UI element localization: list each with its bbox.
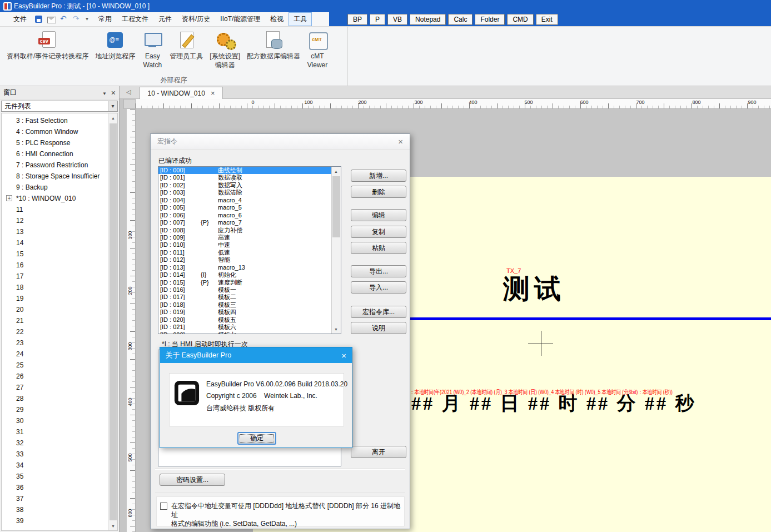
tab-data-history[interactable]: 资料/历史 (177, 12, 215, 26)
undo-icon[interactable] (60, 15, 69, 24)
tab-iiot-energy[interactable]: IIoT/能源管理 (215, 12, 265, 26)
export-icon[interactable] (47, 15, 56, 24)
ok-button[interactable]: 确定 (237, 432, 276, 445)
window-tree-item[interactable]: 4 : Common Window (2, 126, 117, 137)
macro-list-item[interactable]: [ID : 007] {P} macro_7 (158, 219, 341, 226)
window-tree-item[interactable]: 35 (2, 471, 117, 482)
window-tree-item[interactable]: 11 (2, 204, 117, 215)
window-tree-item[interactable]: 22 (2, 326, 117, 337)
export-macro-button[interactable]: 导出... (351, 265, 406, 277)
window-tree-item[interactable]: 23 (2, 337, 117, 349)
close-icon[interactable] (398, 137, 403, 146)
expand-icon[interactable] (6, 195, 12, 201)
tab-project[interactable]: 工程文件 (117, 12, 153, 26)
macro-list-scrollbar[interactable] (331, 167, 341, 334)
window-tree-item[interactable]: 26 (2, 371, 117, 382)
macro-list-item[interactable]: [ID : 012] 智能 (158, 256, 341, 263)
window-tree-item[interactable]: 31 (2, 426, 117, 437)
tab-view[interactable]: 检视 (265, 12, 288, 26)
window-tree-item[interactable]: 30 (2, 415, 117, 426)
macro-list-item[interactable]: [ID : 003] 数据清除 (158, 189, 341, 196)
scroll-up-icon[interactable] (109, 113, 117, 122)
macro-list-item[interactable]: [ID : 018] 模板三 (158, 301, 341, 309)
macro-list-item[interactable]: [ID : 000] 曲线绘制 (158, 167, 341, 174)
window-tree-item[interactable]: 6 : HMI Connection (2, 148, 117, 160)
tab-nav-left-icon[interactable] (126, 88, 131, 96)
window-tree-item[interactable]: 25 (2, 360, 117, 371)
canvas-text-object[interactable]: 测试 (503, 271, 565, 307)
macro-list-item[interactable]: [ID : 009] 高速 (158, 234, 341, 241)
macro-list-item[interactable]: [ID : 020] 模板五 (158, 316, 341, 324)
menu-file[interactable]: 文件 (8, 13, 32, 26)
import-macro-button[interactable]: 导入... (351, 281, 406, 294)
window-tree-item[interactable]: 24 (2, 349, 117, 360)
tab-tools[interactable]: 工具 (288, 12, 312, 26)
quick-launch-button[interactable]: P (370, 14, 385, 25)
scrollbar-thumb[interactable] (110, 123, 117, 520)
copy-macro-button[interactable]: 复制 (351, 226, 406, 238)
ribbon-tool-button[interactable]: 地址浏览程序 (92, 31, 138, 61)
window-tree-item[interactable]: 33 (2, 449, 117, 460)
close-icon[interactable] (341, 351, 346, 360)
address-format-checkbox[interactable] (160, 503, 167, 510)
window-tree-item[interactable]: 9 : Backup (2, 182, 117, 193)
view-mode-dropdown[interactable]: 元件列表 (1, 101, 118, 112)
window-tree-item[interactable]: 27 (2, 382, 117, 393)
window-tree-item[interactable]: 19 (2, 293, 117, 304)
window-tree-item[interactable]: 37 (2, 493, 117, 504)
add-macro-button[interactable]: 新增... (351, 170, 406, 182)
window-tree-item[interactable]: *10 : WINDOW_010 (2, 193, 117, 204)
window-tree-item[interactable]: 13 (2, 226, 117, 237)
save-icon[interactable] (34, 15, 43, 24)
redo-icon[interactable] (73, 15, 82, 24)
scroll-down-icon[interactable] (109, 521, 117, 530)
quick-launch-button[interactable]: Notepad (410, 14, 446, 25)
tab-object[interactable]: 元件 (153, 12, 177, 26)
quick-launch-button[interactable]: Exit (536, 14, 558, 25)
window-tree-item[interactable]: 29 (2, 404, 117, 415)
window-tree-item[interactable]: 5 : PLC Response (2, 137, 117, 148)
window-tree-item[interactable]: 3 : Fast Selection (2, 115, 117, 126)
quick-launch-button[interactable]: CMD (507, 14, 533, 25)
window-tree-item[interactable]: 36 (2, 482, 117, 493)
window-tree-item[interactable]: 38 (2, 504, 117, 515)
dialog-title-bar[interactable]: 宏指令 (151, 134, 410, 150)
edit-macro-button[interactable]: 编辑 (351, 209, 406, 221)
ribbon-tool-button[interactable]: 配方数据库编辑器 (243, 31, 304, 61)
quick-launch-button[interactable]: BP (347, 14, 367, 25)
ribbon-tool-button[interactable]: 管理员工具 (166, 31, 206, 61)
window-tree-item[interactable]: 15 (2, 248, 117, 260)
ribbon-tool-button[interactable]: 资料取样/事件记录转换程序 (3, 31, 92, 61)
macro-list-item[interactable]: [ID : 013] macro_13 (158, 264, 341, 271)
macro-library-button[interactable]: 宏指令库... (351, 306, 406, 318)
macro-list-item[interactable]: [ID : 002] 数据写入 (158, 182, 341, 189)
quick-launch-button[interactable]: Calc (448, 14, 472, 25)
window-tree-item[interactable]: 16 (2, 260, 117, 271)
macro-list-item[interactable]: [ID : 006] macro_6 (158, 212, 341, 219)
window-tree-item[interactable]: 18 (2, 282, 117, 293)
chevron-down-icon[interactable] (102, 89, 107, 97)
paste-macro-button[interactable]: 粘贴 (351, 242, 406, 254)
scroll-down-icon[interactable] (332, 325, 340, 334)
macro-list-item[interactable]: [ID : 021] 模板六 (158, 324, 341, 331)
tree-scrollbar[interactable] (108, 113, 117, 530)
tab-home[interactable]: 常用 (93, 12, 117, 26)
window-tree-item[interactable]: 17 (2, 271, 117, 282)
macro-list-item[interactable]: [ID : 015] {P} 速度判断 (158, 279, 341, 286)
password-settings-button[interactable]: 密码设置... (160, 474, 225, 486)
window-tree-item[interactable]: 14 (2, 237, 117, 248)
ribbon-tool-button[interactable]: Easy Watch (138, 31, 166, 69)
window-tree-item[interactable]: 39 (2, 515, 117, 526)
document-tab[interactable]: 10 - WINDOW_010 (140, 87, 223, 99)
window-tree-item[interactable]: 8 : Storage Space Insufficier (2, 171, 117, 182)
macro-list-item[interactable]: [ID : 016] 模板一 (158, 286, 341, 294)
macro-list-item[interactable]: [ID : 017] 模板二 (158, 294, 341, 301)
help-button[interactable]: 说明 (351, 322, 406, 334)
window-tree-item[interactable]: 20 (2, 304, 117, 315)
chevron-down-icon[interactable] (86, 15, 91, 24)
scroll-up-icon[interactable] (332, 167, 340, 176)
window-tree-item[interactable]: 21 (2, 315, 117, 326)
window-tree-item[interactable]: 7 : Password Restriction (2, 160, 117, 171)
ribbon-tool-button[interactable]: [系统设置] 编辑器 (206, 31, 243, 69)
quick-launch-button[interactable]: VB (387, 14, 407, 25)
